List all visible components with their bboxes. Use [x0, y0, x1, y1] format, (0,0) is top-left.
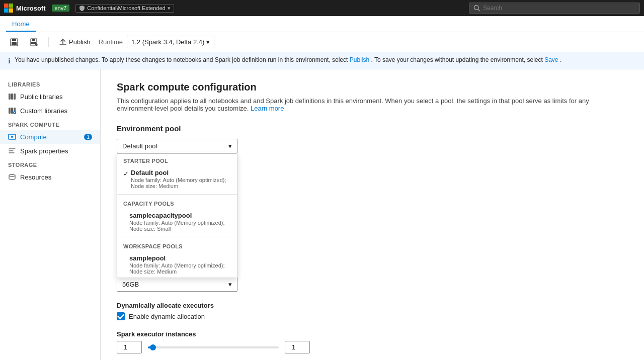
- publish-button[interactable]: Publish: [55, 36, 95, 48]
- sidebar-item-custom-libraries[interactable]: Custom libraries: [0, 104, 100, 118]
- sidebar-storage-label: Storage: [0, 158, 100, 170]
- pool-item-capacity[interactable]: samplecapacitypool Node family: Auto (Me…: [117, 209, 237, 235]
- svg-rect-12: [9, 94, 11, 100]
- pool-item-default-name: Default pool: [131, 169, 231, 176]
- sidebar-item-spark-properties[interactable]: Spark properties: [0, 144, 100, 158]
- pool-item-default[interactable]: ✓ Default pool Node family: Auto (Memory…: [117, 166, 237, 192]
- executor-instances-max-input[interactable]: [285, 341, 310, 353]
- sidebar-libraries-label: Libraries: [0, 77, 100, 89]
- pool-item-capacity-detail: Node family: Auto (Memory optimized); No…: [129, 220, 231, 232]
- svg-point-21: [9, 174, 15, 176]
- sidebar-compute-label: Compute: [20, 133, 47, 141]
- toolbar: Publish Runtime 1.2 (Spark 3.4, Delta 2.…: [0, 32, 644, 52]
- info-banner: ℹ You have unpublished changes. To apply…: [0, 52, 644, 69]
- runtime-label: Runtime: [99, 38, 123, 46]
- sidebar-item-public-libraries[interactable]: Public libraries: [0, 89, 100, 104]
- page-description: This configuration applies to all notebo…: [117, 97, 628, 112]
- starter-pool-group-label: Starter pool: [117, 154, 237, 166]
- save-as-button[interactable]: [26, 36, 42, 48]
- content-area: Spark compute configuration This configu…: [101, 69, 644, 360]
- chevron-down-icon: ▾: [228, 142, 232, 150]
- save-as-icon: [30, 38, 38, 46]
- pool-group-separator: [117, 194, 237, 195]
- sidebar-resources-label: Resources: [20, 173, 51, 181]
- pool-item-check: ✓ Default pool Node family: Auto (Memory…: [123, 169, 231, 189]
- banner-text: You have unpublished changes. To apply t…: [15, 56, 561, 63]
- search-bar[interactable]: [469, 3, 640, 14]
- sidebar-spark-label: Spark compute: [0, 118, 100, 130]
- slider-row: [117, 341, 628, 353]
- pool-item-workspace-name: samplepool: [129, 254, 231, 262]
- publish-link[interactable]: Publish: [350, 56, 369, 63]
- svg-rect-7: [12, 39, 16, 41]
- sidebar-custom-libraries-label: Custom libraries: [20, 107, 67, 115]
- page-title: Spark compute configuration: [117, 81, 628, 93]
- chevron-down-icon: ▾: [206, 38, 210, 46]
- executor-instances-min-input[interactable]: [117, 341, 142, 353]
- compute-badge: 1: [84, 134, 92, 140]
- svg-rect-16: [11, 108, 13, 114]
- pool-dropdown-value: Default pool: [122, 142, 157, 150]
- dynamic-alloc-section: Dynamically allocate executors Enable dy…: [117, 302, 628, 320]
- svg-line-5: [478, 9, 479, 11]
- svg-rect-8: [12, 42, 17, 45]
- confidential-label: Confidential\Microsoft Extended: [87, 5, 165, 11]
- svg-rect-3: [9, 9, 14, 13]
- resources-icon: [8, 173, 16, 181]
- sidebar-spark-properties-label: Spark properties: [20, 147, 68, 155]
- toolbar-separator: [48, 37, 49, 47]
- sidebar: Libraries Public libraries: [0, 69, 101, 360]
- properties-icon: [8, 147, 16, 155]
- enable-dynamic-checkbox[interactable]: [117, 312, 125, 320]
- executor-memory-value: 56GB: [122, 281, 139, 288]
- chevron-down-icon: ▾: [228, 281, 232, 288]
- dynamic-alloc-label: Dynamically allocate executors: [117, 302, 628, 309]
- svg-rect-11: [31, 42, 36, 44]
- svg-rect-2: [4, 9, 9, 13]
- pool-item-default-detail: Node family: Auto (Memory optimized); No…: [131, 177, 231, 189]
- save-button[interactable]: [6, 36, 22, 48]
- pool-item-capacity-name: samplecapacitypool: [129, 212, 231, 219]
- pool-group-separator-2: [117, 237, 237, 237]
- top-bar: Microsoft env7 Confidential\Microsoft Ex…: [0, 0, 644, 16]
- svg-rect-14: [14, 94, 16, 100]
- svg-rect-0: [4, 4, 9, 8]
- slider-thumb[interactable]: [150, 344, 156, 350]
- svg-point-20: [11, 136, 13, 138]
- microsoft-label: Microsoft: [16, 5, 46, 12]
- microsoft-logo-icon: [4, 4, 13, 13]
- pool-dropdown-menu: Starter pool ✓ Default pool Node family:…: [117, 153, 237, 278]
- svg-rect-10: [32, 39, 35, 41]
- svg-rect-1: [9, 4, 14, 8]
- learn-more-link[interactable]: Learn more: [251, 105, 284, 112]
- sidebar-item-resources[interactable]: Resources: [0, 170, 100, 184]
- confidential-tag: Confidential\Microsoft Extended ▾: [75, 4, 174, 13]
- tab-home[interactable]: Home: [6, 17, 36, 32]
- workspace-pools-group-label: Workspace pools: [117, 239, 237, 251]
- pool-item-workspace[interactable]: samplepool Node family: Auto (Memory opt…: [117, 251, 237, 278]
- chevron-down-icon: ▾: [168, 5, 171, 12]
- publish-label: Publish: [69, 38, 91, 46]
- custom-library-icon: [8, 107, 16, 115]
- sidebar-item-compute[interactable]: Compute 1: [0, 130, 100, 144]
- search-input[interactable]: [483, 5, 635, 12]
- pool-dropdown-trigger[interactable]: Default pool ▾: [117, 139, 237, 153]
- runtime-dropdown[interactable]: 1.2 (Spark 3.4, Delta 2.4) ▾: [127, 36, 214, 48]
- enable-dynamic-row: Enable dynamic allocation: [117, 312, 628, 320]
- publish-icon: [59, 38, 67, 46]
- capacity-pools-group-label: Capacity pools: [117, 197, 237, 209]
- library-icon: [8, 93, 16, 101]
- executor-instances-section: Spark executor instances: [117, 330, 628, 353]
- slider-track[interactable]: [148, 346, 279, 348]
- shield-icon: [79, 5, 85, 11]
- check-icon: ✓: [123, 170, 129, 177]
- runtime-version: 1.2 (Spark 3.4, Delta 2.4): [131, 38, 204, 46]
- pool-item-workspace-detail: Node family: Auto (Memory optimized); No…: [129, 262, 231, 275]
- executor-instances-label: Spark executor instances: [117, 330, 628, 338]
- nav-bar: Home: [0, 16, 644, 32]
- env-tag: env7: [52, 5, 70, 12]
- pool-dropdown-wrapper: Default pool ▾ Starter pool ✓ Default po…: [117, 139, 237, 153]
- save-link[interactable]: Save: [544, 56, 558, 63]
- environment-pool-title: Environment pool: [117, 124, 628, 133]
- executor-memory-dropdown[interactable]: 56GB ▾: [117, 277, 237, 292]
